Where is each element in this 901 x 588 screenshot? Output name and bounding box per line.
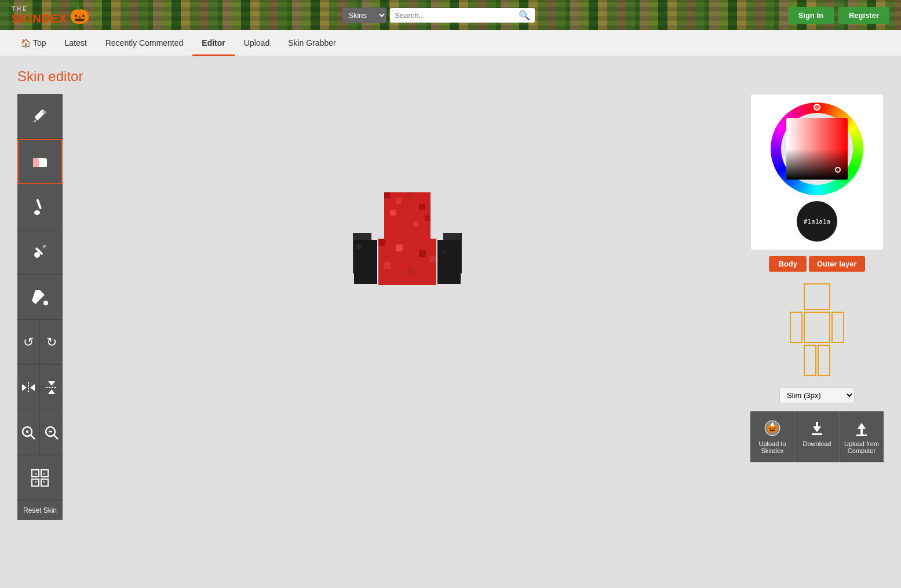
page-title: Skin editor [17,68,884,85]
logo[interactable]: THE SKINDEX 🎃 [12,6,90,25]
color-picker-wheel-cursor[interactable] [814,104,820,111]
svg-rect-42 [413,221,419,227]
svg-rect-40 [390,210,396,216]
mirror-v-icon [45,381,59,395]
eyedropper-tool-button[interactable] [17,229,63,275]
svg-rect-64 [856,434,867,436]
mirror-vertical-button[interactable] [40,365,63,410]
skin-diagram-right-leg[interactable] [818,345,830,376]
color-picker[interactable]: #1a1a1a [750,94,884,250]
svg-rect-51 [429,256,436,263]
svg-point-12 [43,301,48,305]
svg-line-22 [31,435,35,439]
skin-preview-svg[interactable] [344,175,471,314]
svg-rect-46 [378,239,385,246]
model-type-dropdown[interactable]: Slim (3px) Default (4px) [779,388,855,403]
pencil-tool-button[interactable] [17,94,63,139]
svg-rect-10 [42,244,46,248]
skin-diagram-left-arm[interactable] [790,312,802,343]
zoom-out-button[interactable] [40,410,63,455]
brush-tool-button[interactable] [17,184,63,229]
zoom-out-icon [44,425,59,440]
toolbar: ↺ ↻ [17,94,64,520]
skin-diagram-torso[interactable] [804,312,830,343]
logo-skindex: SKINDEX [12,12,67,25]
home-icon: 🏠 [21,38,31,48]
eraser-tool-button[interactable] [17,139,63,184]
download-icon [808,419,826,437]
fill-tool-button[interactable] [17,275,63,320]
action-buttons: 🎃 Upload to Skindex Download [750,411,884,462]
svg-rect-47 [396,244,403,251]
svg-marker-16 [48,381,55,386]
svg-marker-62 [858,423,866,429]
svg-rect-31 [43,473,45,474]
eyedropper-icon [31,243,49,261]
skin-canvas-area [73,94,741,395]
search-input[interactable] [395,11,519,20]
svg-point-8 [34,252,40,258]
svg-rect-55 [442,250,447,255]
color-hex-label: #1a1a1a [804,218,830,225]
logo-the: THE [12,6,67,12]
svg-marker-18 [48,389,55,394]
nav-item-recently-commented[interactable]: Recently Commented [96,31,193,56]
svg-marker-15 [30,384,35,391]
skin-diagram-right-arm[interactable] [831,312,844,343]
upload-computer-icon [853,419,870,437]
svg-rect-41 [419,204,425,210]
brush-icon [31,198,49,216]
upload-to-skindex-icon: 🎃 [764,419,781,437]
nav-item-editor[interactable]: Editor [192,31,234,56]
svg-rect-6 [36,199,42,209]
svg-rect-38 [396,198,402,204]
svg-marker-13 [22,384,27,391]
logo-pumpkin-icon: 🎃 [70,6,90,25]
svg-marker-11 [32,290,45,304]
svg-marker-1 [33,120,37,122]
eraser-icon [30,151,50,172]
svg-rect-48 [419,250,426,257]
body-layer-button[interactable]: Body [769,256,807,272]
mirror-horizontal-button[interactable] [17,365,40,410]
svg-rect-30 [35,473,37,474]
skin-diagram-head[interactable] [804,283,830,310]
grid-toggle-button[interactable] [17,455,63,501]
svg-line-25 [54,435,58,439]
pencil-icon [31,107,49,126]
svg-rect-44 [425,216,431,221]
reset-skin-button[interactable]: Reset Skin [17,501,63,520]
nav-item-latest[interactable]: Latest [56,31,96,56]
zoom-in-button[interactable] [17,410,40,455]
svg-rect-61 [812,433,822,435]
grid-icon [31,469,49,487]
upload-from-computer-button[interactable]: Upload from Computer [840,411,884,462]
nav-item-top[interactable]: 🏠 Top [12,31,56,56]
layer-buttons: Body Outer layer [750,256,884,272]
search-category-dropdown[interactable]: Skins Players [342,8,386,23]
register-button[interactable]: Register [838,7,889,24]
skin-diagram-left-leg[interactable] [804,345,816,376]
svg-rect-33 [43,481,45,483]
signin-button[interactable]: Sign In [788,7,834,24]
nav-item-skin-grabber[interactable]: Skin Grabber [279,31,345,56]
color-swatch[interactable]: #1a1a1a [797,201,837,242]
fill-icon [31,288,49,306]
upload-to-skindex-button[interactable]: 🎃 Upload to Skindex [750,411,795,462]
download-button[interactable]: Download [795,411,840,462]
nav-item-upload[interactable]: Upload [235,31,279,56]
mirror-h-icon [21,381,35,395]
svg-rect-39 [407,192,413,198]
redo-button[interactable]: ↻ [40,320,63,365]
outer-layer-button[interactable]: Outer layer [809,256,865,272]
undo-button[interactable]: ↺ [17,320,40,365]
svg-rect-60 [816,422,818,428]
search-icon[interactable]: 🔍 [519,10,530,21]
right-panel: #1a1a1a Body Outer layer [750,94,884,462]
svg-rect-63 [860,429,863,434]
svg-rect-32 [35,481,37,483]
svg-rect-43 [402,216,407,221]
svg-rect-54 [356,244,361,249]
zoom-in-icon [21,425,36,440]
color-picker-inner-cursor[interactable] [835,167,841,173]
